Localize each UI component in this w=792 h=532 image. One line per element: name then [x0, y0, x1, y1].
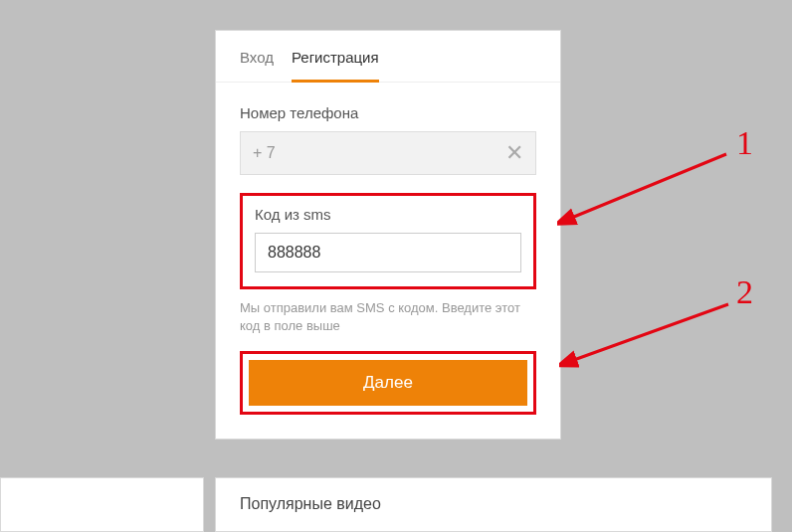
footer-left-block: [0, 477, 204, 532]
next-button-highlight: Далее: [240, 351, 536, 415]
tabs: Вход Регистрация: [216, 31, 560, 83]
tab-register[interactable]: Регистрация: [292, 49, 379, 83]
annotation-label-1: 1: [736, 124, 753, 162]
sms-code-highlight: Код из sms: [240, 193, 536, 289]
footer-popular-videos[interactable]: Популярные видео: [215, 477, 772, 532]
svg-line-0: [569, 154, 726, 219]
sms-hint: Мы отправили вам SMS с кодом. Введите эт…: [240, 299, 536, 335]
next-button[interactable]: Далее: [249, 360, 527, 406]
clear-icon[interactable]: ✕: [505, 142, 523, 164]
phone-prefix: + 7: [253, 144, 276, 162]
phone-label: Номер телефона: [240, 104, 536, 121]
annotation-arrow-1: [557, 144, 736, 234]
bottom-strip: Популярные видео: [0, 477, 792, 532]
sms-code-label: Код из sms: [255, 206, 521, 223]
registration-panel: Вход Регистрация Номер телефона + 7 ✕ Ко…: [215, 30, 561, 440]
annotation-arrow-2: [559, 296, 738, 376]
svg-line-1: [571, 304, 728, 361]
form-body: Номер телефона + 7 ✕ Код из sms Мы отпра…: [216, 83, 560, 439]
sms-code-input[interactable]: [255, 233, 521, 272]
tab-login[interactable]: Вход: [240, 49, 274, 82]
annotation-label-2: 2: [736, 273, 753, 311]
phone-input-row[interactable]: + 7 ✕: [240, 131, 536, 175]
